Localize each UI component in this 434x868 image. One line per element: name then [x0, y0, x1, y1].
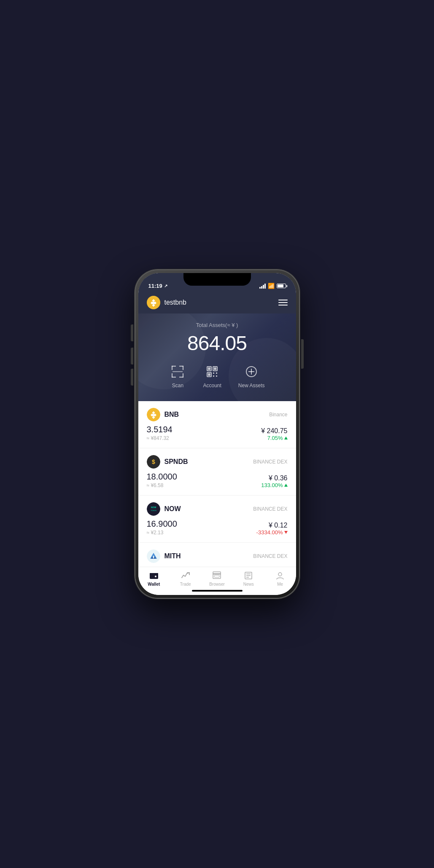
home-indicator — [192, 590, 243, 592]
notch — [183, 273, 251, 286]
bnb-change: 7.05% — [261, 435, 287, 441]
svg-point-25 — [246, 367, 256, 377]
status-time: 11:19 ↗ — [148, 283, 167, 289]
now-name: NOW — [164, 505, 181, 513]
new-assets-action[interactable]: New Assets — [238, 363, 265, 388]
svg-text:NOW: NOW — [151, 506, 156, 509]
location-icon: ↗ — [164, 284, 167, 288]
new-assets-icon — [243, 363, 260, 380]
svg-rect-22 — [216, 372, 217, 374]
now-change-icon — [284, 531, 288, 534]
svg-rect-6 — [172, 366, 176, 367]
menu-button[interactable] — [278, 300, 288, 305]
svg-rect-10 — [172, 373, 173, 378]
svg-point-5 — [152, 302, 154, 304]
time-display: 11:19 — [148, 283, 162, 289]
app-header: testbnb — [138, 292, 296, 313]
header-left: testbnb — [147, 296, 186, 309]
browser-icon — [212, 571, 222, 581]
asset-item-bnb[interactable]: BNB Binance 3.5194 ≈ ¥847.32 ¥ 240.75 7.… — [138, 401, 296, 448]
now-balance-cny: ≈ ¥2.13 — [147, 530, 177, 536]
asset-list: BNB Binance 3.5194 ≈ ¥847.32 ¥ 240.75 7.… — [138, 401, 296, 567]
phone-frame: 11:19 ↗ 📶 — [135, 270, 299, 598]
account-name: testbnb — [164, 299, 186, 306]
now-change: -3334.00% — [256, 529, 288, 536]
now-balance: 16.9000 — [147, 519, 177, 529]
mith-asset-logo — [147, 549, 160, 563]
spndb-price: ¥ 0.36 — [261, 474, 287, 482]
status-icons: 📶 — [259, 283, 286, 289]
trade-icon — [181, 571, 191, 581]
svg-rect-48 — [214, 575, 219, 577]
signal-icon — [259, 284, 266, 289]
me-icon — [275, 571, 285, 581]
me-label: Me — [277, 582, 283, 587]
svg-rect-12 — [183, 373, 183, 378]
spndb-change: 133.00% — [261, 482, 287, 488]
now-asset-logo: NOW TOKEN — [147, 502, 160, 516]
svg-text:TOKEN: TOKEN — [151, 509, 156, 512]
nav-news[interactable]: News — [233, 571, 264, 587]
svg-rect-14 — [173, 371, 183, 372]
wallet-icon — [149, 571, 159, 581]
hero-section: Total Assets(≈ ¥ ) 864.05 — [138, 313, 296, 401]
nav-trade[interactable]: Trade — [170, 571, 201, 587]
svg-point-45 — [155, 576, 156, 577]
screen-content: 11:19 ↗ 📶 — [138, 273, 296, 595]
nav-me[interactable]: Me — [264, 571, 296, 587]
bnb-price: ¥ 240.75 — [261, 427, 287, 435]
account-icon — [204, 363, 221, 380]
now-price: ¥ 0.12 — [256, 522, 288, 529]
total-assets-label: Total Assets(≈ ¥ ) — [147, 322, 288, 328]
nav-wallet[interactable]: Wallet — [138, 571, 170, 587]
spndb-balance-cny: ≈ ¥6.58 — [147, 482, 177, 488]
svg-rect-19 — [214, 367, 216, 370]
battery-icon — [277, 284, 286, 288]
svg-rect-26 — [251, 369, 252, 375]
asset-item-now[interactable]: NOW TOKEN NOW BINANCE DEX 16.9000 ≈ ¥2.1… — [138, 496, 296, 543]
wallet-label: Wallet — [148, 582, 160, 587]
news-label: News — [243, 582, 254, 587]
svg-rect-20 — [208, 373, 210, 376]
trade-label: Trade — [180, 582, 191, 587]
bnb-change-icon — [284, 437, 288, 439]
scan-action[interactable]: Scan — [169, 363, 186, 388]
svg-rect-23 — [213, 375, 214, 377]
bnb-asset-logo — [147, 408, 160, 421]
mith-name: MITH — [164, 552, 181, 560]
asset-item-spndb[interactable]: $ SPNDB BINANCE DEX 18.0000 ≈ ¥6.58 ¥ 0.… — [138, 448, 296, 496]
svg-point-39 — [147, 549, 160, 563]
bnb-exchange: Binance — [269, 412, 287, 418]
svg-rect-11 — [172, 377, 176, 378]
svg-rect-47 — [213, 572, 221, 574]
svg-point-53 — [278, 573, 282, 576]
mith-exchange: BINANCE DEX — [253, 553, 287, 559]
svg-text:$: $ — [152, 458, 155, 465]
asset-item-mith[interactable]: MITH BINANCE DEX 22.8900 ≈ ¥8.02 ¥ 0.35 … — [138, 543, 296, 567]
svg-rect-24 — [216, 375, 217, 377]
account-action[interactable]: Account — [203, 363, 221, 388]
svg-rect-9 — [183, 366, 183, 370]
svg-rect-18 — [208, 367, 210, 370]
svg-rect-44 — [150, 573, 158, 575]
svg-rect-21 — [213, 372, 214, 374]
total-assets-value: 864.05 — [147, 332, 288, 355]
bnb-name: BNB — [164, 411, 179, 418]
account-label: Account — [203, 383, 221, 388]
browser-label: Browser — [209, 582, 225, 587]
spndb-balance: 18.0000 — [147, 472, 177, 482]
nav-browser[interactable]: Browser — [201, 571, 233, 587]
spndb-exchange: BINANCE DEX — [253, 459, 287, 465]
news-icon — [243, 571, 253, 581]
phone-screen: 11:19 ↗ 📶 — [138, 273, 296, 595]
new-assets-label: New Assets — [238, 383, 265, 388]
svg-rect-8 — [179, 366, 183, 367]
scan-icon — [169, 363, 186, 380]
bnb-balance: 3.5194 — [147, 425, 173, 434]
spndb-asset-logo: $ — [147, 455, 160, 469]
spndb-change-icon — [284, 484, 288, 487]
svg-rect-27 — [248, 371, 254, 372]
svg-rect-13 — [179, 377, 183, 378]
now-exchange: BINANCE DEX — [253, 506, 287, 512]
svg-rect-7 — [172, 366, 173, 370]
